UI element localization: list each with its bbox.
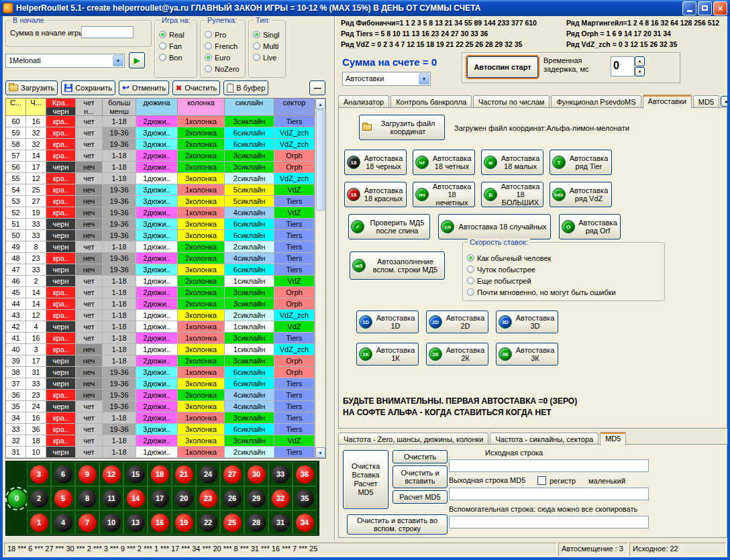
board-number-11[interactable]: 11 <box>99 486 123 510</box>
maximize-button[interactable] <box>698 1 712 15</box>
table-row[interactable]: 5617черннеч1-182дюжи..2колонка3сиклайнOr… <box>6 162 315 173</box>
radio-option[interactable]: NoZero <box>205 63 244 74</box>
autobet-button[interactable]: 2КАвтоставка 2К <box>426 343 488 366</box>
board-number-14[interactable]: 14 <box>123 486 148 510</box>
table-row[interactable]: 4414кра..чет1-182дюжи..2колонка3сиклайнO… <box>6 298 315 310</box>
table-row[interactable]: 424чернчет1-181дюжи..1колонка1сиклайнVdZ <box>6 321 315 333</box>
board-number-13[interactable]: 13 <box>123 510 148 535</box>
radio-option[interactable]: Live <box>253 52 284 63</box>
board-number-32[interactable]: 32 <box>268 486 293 510</box>
board-number-21[interactable]: 21 <box>172 462 196 486</box>
board-number-2[interactable]: 2 <box>27 486 51 510</box>
scroll-down-icon[interactable]: ▼ <box>315 447 325 458</box>
radio-option[interactable]: Почти мгновенно, но могут быть ошибки <box>467 286 663 298</box>
radio-option[interactable]: Singl <box>253 29 284 40</box>
table-row[interactable]: 3623кра..неч19-362дюжи..2колонка4сиклайн… <box>6 390 315 401</box>
board-number-24[interactable]: 24 <box>196 462 220 486</box>
table-row[interactable]: 4312кра..чет1-181дюжи..3колонка2сиклайнV… <box>6 310 315 321</box>
radio-option[interactable]: Euro <box>205 52 244 63</box>
table-row[interactable]: 3218кра..чет1-182дюжи..3колонка3сиклайнV… <box>6 435 315 447</box>
tab-frequencies[interactable]: Частоты по числам <box>473 95 550 108</box>
md5-clear-paste-button[interactable]: Очистить и вставить <box>393 465 448 488</box>
output-string-input[interactable] <box>449 488 649 500</box>
autobet-button[interactable]: 2DАвтоставка 2D <box>426 311 488 333</box>
start-sum-input[interactable] <box>81 26 134 38</box>
radio-option[interactable]: Pro <box>205 29 244 40</box>
table-row[interactable]: 5832кра..чет19-363дюжи..2колонка6сиклайн… <box>6 139 315 150</box>
board-number-31[interactable]: 31 <box>268 510 293 535</box>
board-number-9[interactable]: 9 <box>75 462 99 486</box>
board-number-22[interactable]: 22 <box>196 510 220 535</box>
col-header-sector[interactable]: сектор <box>274 99 315 116</box>
table-row[interactable]: 5512кра..чет1-181дюжи..3колонка2сиклайнV… <box>6 173 315 184</box>
autobet-button[interactable]: 1КАвтоставка 1К <box>356 343 419 366</box>
stepper-down-icon[interactable]: ▼ <box>635 67 645 77</box>
load-coords-button[interactable]: Загрузить файл координат <box>359 115 445 140</box>
radio-option[interactable]: French <box>205 40 244 52</box>
board-number-26[interactable]: 26 <box>220 486 244 510</box>
profile-select[interactable]: 1Melonati ▼ <box>5 54 125 68</box>
table-row[interactable]: 5425кра..неч19-363дюжи..1колонка5сиклайн… <box>6 184 315 196</box>
register-checkbox[interactable] <box>537 476 546 485</box>
col-header-range[interactable]: большменш <box>103 99 136 116</box>
col-header-dozen[interactable]: дюжина <box>136 99 178 116</box>
autobet-button[interactable]: нчАвтоставка 18 нечетных <box>413 182 475 207</box>
table-row[interactable]: 498чернчет1-181дюжи..2колонка2сиклайнTie… <box>6 241 315 253</box>
board-number-28[interactable]: 28 <box>244 510 268 535</box>
radio-option[interactable]: Чуток побыстрее <box>467 264 663 275</box>
autobet-button[interactable]: vdzАвтоставка ряд VdZ <box>550 182 612 207</box>
autospin-start-button[interactable]: Автоспин старт <box>467 56 538 78</box>
table-row[interactable]: 3336кра..чет19-363дюжи..3колонка6сиклайн… <box>6 424 315 435</box>
board-number-29[interactable]: 29 <box>244 486 268 510</box>
chevron-down-icon[interactable]: ▼ <box>113 55 123 66</box>
board-number-8[interactable]: 8 <box>75 486 99 510</box>
autobet-button[interactable]: 3КАвтоставка 3К <box>496 343 558 366</box>
autobet-button[interactable]: 3DАвтоставка 3D <box>496 311 558 333</box>
table-row[interactable]: 462чернчет1-181дюжи..2колонка1сиклайнVdZ <box>6 276 315 287</box>
col-header-column[interactable]: колонка <box>178 99 225 116</box>
board-number-5[interactable]: 5 <box>51 486 75 510</box>
board-number-4[interactable]: 4 <box>51 510 75 535</box>
save-button[interactable]: Сохранить <box>61 80 115 95</box>
col-header-sixline[interactable]: сиклайн <box>225 99 274 116</box>
board-number-35[interactable]: 35 <box>293 486 317 510</box>
board-number-27[interactable]: 27 <box>220 462 244 486</box>
tab-md5-bottom[interactable]: MD5 <box>600 432 626 446</box>
radio-option[interactable]: Fan <box>159 40 195 52</box>
delay-input[interactable]: 0 <box>611 56 635 76</box>
tab-md5[interactable]: MD5 <box>693 95 719 108</box>
tab-psevdoms[interactable]: Функционал PsevdoMS <box>551 95 641 108</box>
tab-analyzer[interactable]: Анализатор <box>338 95 389 108</box>
board-number-19[interactable]: 19 <box>172 510 196 535</box>
board-number-20[interactable]: 20 <box>172 486 196 510</box>
board-number-3[interactable]: 3 <box>27 462 51 486</box>
aux-string-input[interactable] <box>449 516 649 528</box>
board-zero-cell[interactable]: 0 <box>7 462 27 535</box>
radio-option[interactable]: Bon <box>159 52 195 63</box>
radio-option[interactable]: Как обычный человек <box>467 252 663 264</box>
md5-big-button[interactable]: Очистка Вставка Расчет MD5 <box>343 450 388 509</box>
to-buffer-button[interactable]: В буфер <box>223 80 268 95</box>
table-row[interactable]: 5714кра..чет1-182дюжи..2колонка3сиклайнO… <box>6 150 315 162</box>
table-row[interactable]: 3733черннеч19-363дюжи..3колонка6сиклайнT… <box>6 378 315 390</box>
run-profile-button[interactable]: ▶ <box>129 52 145 68</box>
table-row[interactable]: 4823кра..неч19-362дюжи..2колонка4сиклайн… <box>6 253 315 264</box>
radio-option[interactable]: Real <box>159 29 195 40</box>
md5-clear-button[interactable]: Очистить <box>393 450 448 463</box>
table-row[interactable]: 3110чернчет1-181дюжи..1колонка2сиклайнTi… <box>6 447 315 458</box>
autobets-select[interactable]: Автоставки ▼ <box>342 72 431 86</box>
table-row[interactable]: 3416кра..чет1-182дюжи..1колонка3сиклайнT… <box>6 412 315 424</box>
table-row[interactable]: 5327кра..неч19-363дюжи..3колонка5сиклайн… <box>6 196 315 207</box>
source-string-input[interactable] <box>449 459 649 472</box>
col-header-spin[interactable]: С... <box>6 99 26 116</box>
table-row[interactable]: 4733черннеч19-363дюжи..3колонка6сиклайнT… <box>6 264 315 276</box>
scroll-up-icon[interactable]: ▲ <box>315 99 325 109</box>
board-number-17[interactable]: 17 <box>148 486 172 510</box>
col-header-parity[interactable]: четн... <box>76 99 103 116</box>
minimize-button[interactable] <box>682 1 696 15</box>
board-number-30[interactable]: 30 <box>244 462 268 486</box>
board-number-12[interactable]: 12 <box>99 462 123 486</box>
tab-bankroll[interactable]: Контроль банкролла <box>390 95 472 108</box>
board-number-10[interactable]: 10 <box>99 510 123 535</box>
table-row[interactable]: 3524чернчет19-362дюжи..3колонка4сиклайнT… <box>6 401 315 412</box>
